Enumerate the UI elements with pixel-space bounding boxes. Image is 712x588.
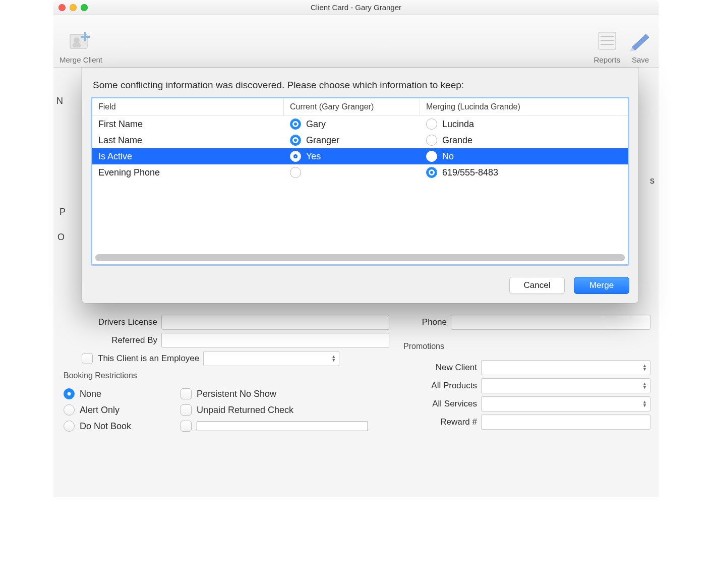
checkbox-icon[interactable] [181, 421, 192, 432]
all-products-select[interactable]: ▲▼ [481, 378, 650, 393]
reports-label: Reports [594, 55, 620, 64]
phone-label: Phone [401, 317, 447, 327]
drivers-license-input[interactable] [161, 315, 389, 330]
header-field: Field [92, 98, 284, 115]
table-row[interactable]: Evening Phone619/555-8483 [92, 164, 628, 181]
toolbar: Merge Client Reports [53, 15, 659, 68]
table-row[interactable]: First NameGaryLucinda [92, 116, 628, 132]
radio-icon [64, 421, 75, 432]
title-bar: Client Card - Gary Granger [53, 0, 659, 15]
restrict-persistent-no-show[interactable]: Persistent No Show [181, 388, 372, 399]
checkbox-icon [181, 404, 192, 416]
current-value: Gary [306, 119, 326, 130]
svg-rect-2 [73, 43, 81, 47]
save-label: Save [632, 55, 649, 64]
cell-current[interactable]: Yes [284, 148, 420, 164]
cell-current[interactable] [284, 164, 420, 181]
merging-value: Lucinda [442, 119, 474, 130]
new-client-label: New Client [401, 363, 477, 373]
cell-field: Last Name [92, 133, 284, 148]
cell-field: Is Active [92, 149, 284, 164]
table-row[interactable]: Last NameGrangerGrande [92, 132, 628, 148]
all-services-label: All Services [401, 399, 477, 409]
cancel-button[interactable]: Cancel [509, 277, 565, 294]
current-value: Granger [306, 135, 339, 146]
restrict-alert-only[interactable]: Alert Only [64, 404, 174, 416]
booking-restrictions-heading: Booking Restrictions [64, 371, 389, 380]
main-area: N P O s Drivers License Referred By [53, 68, 659, 497]
referred-by-label: Referred By [62, 335, 157, 345]
employee-checkbox[interactable] [82, 353, 93, 364]
merging-value: No [442, 151, 454, 162]
horizontal-scrollbar[interactable] [95, 254, 625, 261]
window: Client Card - Gary Granger Merge Client [53, 0, 659, 497]
restrict-other-row [181, 421, 372, 432]
radio-merging[interactable] [426, 151, 437, 162]
reports-button[interactable]: Reports [594, 29, 620, 64]
referred-by-input[interactable] [161, 333, 389, 348]
save-button[interactable]: Save [628, 29, 652, 64]
cell-field: Evening Phone [92, 165, 284, 181]
sheet-message: Some conflicting information was discove… [93, 80, 627, 91]
cell-current[interactable]: Granger [284, 132, 420, 148]
cell-merging[interactable]: Lucinda [420, 116, 628, 132]
reward-number-input[interactable] [481, 415, 650, 430]
window-title: Client Card - Gary Granger [53, 3, 659, 12]
svg-point-1 [74, 37, 80, 43]
checkbox-icon [181, 388, 192, 399]
employee-checkbox-label: This Client is an Employee [98, 354, 199, 364]
bg-letter-s: s [650, 175, 655, 186]
radio-current[interactable] [290, 135, 301, 146]
sheet-button-row: Cancel Merge [91, 277, 629, 294]
restrict-other-input[interactable] [197, 422, 368, 431]
cell-merging[interactable]: Grande [420, 132, 628, 148]
radio-icon [64, 404, 75, 416]
table-header: Field Current (Gary Granger) Merging (Lu… [92, 98, 628, 116]
reward-number-label: Reward # [401, 417, 477, 427]
stepper-icon: ▲▼ [642, 400, 647, 407]
cell-current[interactable]: Gary [284, 116, 420, 132]
cell-merging[interactable]: 619/555-8483 [420, 164, 628, 181]
stepper-icon: ▲▼ [331, 355, 336, 362]
employee-select[interactable]: ▲▼ [203, 351, 339, 366]
header-merging: Merging (Lucinda Grande) [420, 98, 628, 115]
reports-icon [595, 29, 619, 53]
merging-value: Grande [442, 135, 472, 146]
radio-merging[interactable] [426, 167, 437, 178]
merge-client-button[interactable]: Merge Client [60, 29, 102, 64]
header-current: Current (Gary Granger) [284, 98, 420, 115]
radio-current[interactable] [290, 167, 301, 178]
table-row[interactable]: Is ActiveYesNo [92, 148, 628, 164]
phone-input[interactable] [451, 315, 650, 330]
svg-rect-4 [81, 36, 90, 38]
restrict-unpaid-returned-check[interactable]: Unpaid Returned Check [181, 404, 372, 416]
radio-current[interactable] [290, 119, 301, 130]
merge-button[interactable]: Merge [574, 277, 629, 294]
all-products-label: All Products [401, 381, 477, 391]
merge-client-icon [69, 29, 93, 53]
stepper-icon: ▲▼ [642, 364, 647, 371]
restrict-none[interactable]: None [64, 388, 174, 399]
save-pen-icon [628, 29, 652, 53]
current-value: Yes [306, 151, 321, 162]
conflict-table: Field Current (Gary Granger) Merging (Lu… [91, 97, 629, 266]
table-body: First NameGaryLucindaLast NameGrangerGra… [92, 116, 628, 181]
radio-current[interactable] [290, 151, 301, 162]
merge-conflict-sheet: Some conflicting information was discove… [82, 68, 638, 303]
radio-icon [64, 388, 75, 399]
stepper-icon: ▲▼ [642, 382, 647, 389]
booking-restrictions-panel: None Persistent No Show Alert Only [62, 383, 389, 437]
radio-merging[interactable] [426, 135, 437, 146]
all-services-select[interactable]: ▲▼ [481, 396, 650, 411]
radio-merging[interactable] [426, 119, 437, 130]
restrict-do-not-book[interactable]: Do Not Book [64, 421, 174, 432]
promotions-heading: Promotions [403, 342, 650, 351]
cell-merging[interactable]: No [420, 148, 628, 164]
merging-value: 619/555-8483 [442, 167, 498, 178]
drivers-license-label: Drivers License [62, 317, 157, 327]
merge-client-label: Merge Client [60, 55, 102, 64]
cell-field: First Name [92, 116, 284, 132]
new-client-select[interactable]: ▲▼ [481, 360, 650, 375]
